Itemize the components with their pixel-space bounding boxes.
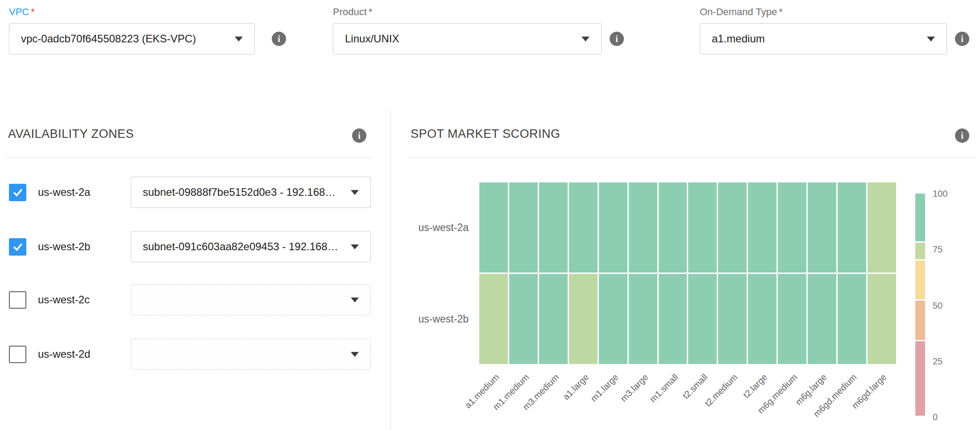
product-field: Product* Linux/UNIX <box>333 6 602 54</box>
heatmap-cell <box>868 274 896 364</box>
chevron-down-icon <box>351 298 359 302</box>
availability-zones-info-icon[interactable]: i <box>352 128 366 143</box>
heatmap-cell <box>748 274 777 364</box>
heatmap-cell <box>778 274 806 364</box>
heatmap-colorbar <box>915 194 925 417</box>
spot-market-scoring-info-icon[interactable]: i <box>955 128 969 143</box>
subnet-select-value: subnet-09888f7be5152d0e3 - 192.168… <box>143 186 344 198</box>
zone-label: us-west-2c <box>38 294 111 306</box>
on-demand-type-select-value: a1.medium <box>712 33 920 45</box>
az-row-us-west-2b: us-west-2b subnet-091c603aa82e09453 - 19… <box>9 231 371 262</box>
heatmap-cell <box>718 182 747 273</box>
heatmap-cell <box>539 182 568 273</box>
heatmap-cell <box>808 182 836 273</box>
spot-market-scoring-title: SPOT MARKET SCORING <box>411 127 561 141</box>
vpc-select-value: vpc-0adcb70f645508223 (EKS-VPC) <box>21 33 228 45</box>
on-demand-type-label: On-Demand Type* <box>700 6 947 18</box>
colorbar-tick-label: 75 <box>933 244 943 255</box>
colorbar-tick-label: 100 <box>933 188 947 199</box>
zone-label: us-west-2d <box>38 348 111 360</box>
heatmap-row <box>479 182 896 273</box>
chevron-down-icon <box>351 244 359 249</box>
heatmap-cell <box>479 274 508 364</box>
heatmap-cell <box>718 274 747 364</box>
heatmap-cell <box>629 274 657 364</box>
subnet-select-us-west-2c[interactable] <box>131 284 371 315</box>
section-divider <box>390 109 390 430</box>
colorbar-segment <box>915 260 925 299</box>
colorbar-segment <box>915 301 925 339</box>
chevron-down-icon <box>351 352 359 357</box>
check-icon <box>11 186 25 199</box>
heatmap-cell <box>569 182 598 273</box>
vpc-label-text: VPC <box>9 6 29 17</box>
product-select[interactable]: Linux/UNIX <box>333 23 602 54</box>
on-demand-type-label-text: On-Demand Type <box>700 6 777 17</box>
heatmap-x-label: a1.medium <box>434 372 502 430</box>
heatmap-cell <box>838 182 866 273</box>
heatmap-y-label: us-west-2a <box>393 222 469 234</box>
on-demand-type-info-icon[interactable]: i <box>955 32 969 46</box>
heatmap-cell <box>748 182 777 273</box>
heatmap-cell <box>599 182 627 273</box>
heatmap-row <box>479 274 896 364</box>
heatmap-cell <box>479 182 508 273</box>
heatmap-cell <box>659 182 687 273</box>
colorbar-tick-label: 0 <box>933 412 938 422</box>
heatmap-y-axis: us-west-2aus-west-2b <box>393 182 469 364</box>
colorbar-segment <box>915 243 925 259</box>
availability-zones-title: AVAILABILITY ZONES <box>8 127 134 141</box>
product-required-marker: * <box>369 6 373 17</box>
az-row-us-west-2c: us-west-2c <box>9 284 371 315</box>
heatmap-cell <box>868 182 896 273</box>
product-label: Product* <box>333 6 602 18</box>
colorbar-segment <box>915 341 925 416</box>
subnet-select-us-west-2b[interactable]: subnet-091c603aa82e09453 - 192.168… <box>131 231 371 262</box>
checkbox-us-west-2d[interactable] <box>9 346 26 363</box>
az-row-us-west-2a: us-west-2a subnet-09888f7be5152d0e3 - 19… <box>9 177 371 208</box>
vpc-info-icon[interactable]: i <box>272 32 286 46</box>
product-select-value: Linux/UNIX <box>345 33 574 45</box>
spot-market-heatmap <box>479 182 896 364</box>
chevron-down-icon <box>927 37 935 41</box>
subnet-select-value: subnet-091c603aa82e09453 - 192.168… <box>143 240 344 253</box>
checkbox-us-west-2a[interactable] <box>9 184 26 201</box>
heatmap-cell <box>509 182 538 273</box>
heatmap-cell <box>509 274 538 364</box>
heatmap-cell <box>688 182 717 273</box>
heatmap-cell <box>688 274 717 364</box>
heatmap-colorbar-ticks: 1007550250 <box>933 194 964 417</box>
chevron-down-icon <box>581 37 590 41</box>
checkbox-us-west-2b[interactable] <box>9 238 26 256</box>
on-demand-type-select[interactable]: a1.medium <box>700 23 947 54</box>
on-demand-type-field: On-Demand Type* a1.medium <box>700 6 947 54</box>
vpc-label: VPC* <box>9 6 255 18</box>
heatmap-cell <box>569 274 598 364</box>
subnet-select-us-west-2d[interactable] <box>131 339 371 370</box>
vpc-required-marker: * <box>31 6 35 17</box>
checkbox-us-west-2c[interactable] <box>9 291 26 309</box>
zone-label: us-west-2b <box>38 240 111 253</box>
colorbar-tick-label: 50 <box>933 300 943 311</box>
colorbar-segment <box>915 194 925 241</box>
subnet-select-us-west-2a[interactable]: subnet-09888f7be5152d0e3 - 192.168… <box>131 177 371 208</box>
heatmap-cell <box>808 274 836 364</box>
heatmap-cell <box>778 182 806 273</box>
check-icon <box>11 240 25 253</box>
product-info-icon[interactable]: i <box>610 32 624 46</box>
product-label-text: Product <box>333 6 367 17</box>
heatmap-cell <box>838 274 866 364</box>
vpc-select[interactable]: vpc-0adcb70f645508223 (EKS-VPC) <box>9 23 255 54</box>
az-row-us-west-2d: us-west-2d <box>9 339 371 370</box>
heatmap-y-label: us-west-2b <box>393 313 469 325</box>
zone-label: us-west-2a <box>38 186 111 198</box>
chevron-down-icon <box>351 190 359 195</box>
spot-cluster-config-page: VPC* vpc-0adcb70f645508223 (EKS-VPC) i P… <box>0 0 980 430</box>
chevron-down-icon <box>235 37 243 41</box>
on-demand-type-required-marker: * <box>779 6 783 17</box>
spot-market-scoring-divider <box>409 157 975 158</box>
heatmap-cell <box>659 274 687 364</box>
availability-zones-divider <box>6 157 372 158</box>
colorbar-tick-label: 25 <box>933 356 943 367</box>
heatmap-cell <box>599 274 627 364</box>
